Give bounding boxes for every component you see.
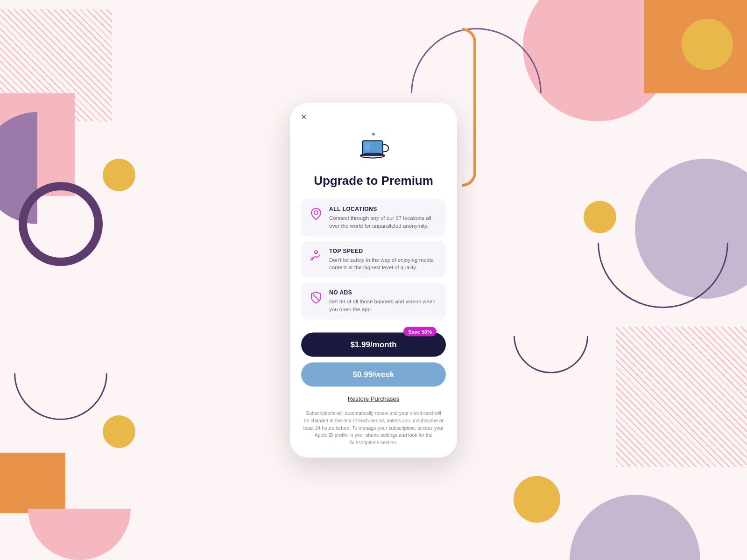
feature-cards-list: ALL LOCATIONS Connect through any of our… (301, 199, 446, 320)
bg-pink-circle-top-right (523, 0, 672, 121)
bg-pink-hatched-right (616, 327, 747, 467)
svg-line-7 (313, 294, 319, 300)
speed-title: TOP SPEED (329, 247, 438, 254)
bg-gold-circle-right (584, 201, 616, 233)
pin-icon (309, 207, 324, 222)
bg-purple-arc-bottom-right (514, 299, 588, 373)
subscription-disclaimer: Subscriptions will automatically renew a… (301, 410, 446, 447)
speed-desc: Don't let safety in the way of enjoying … (329, 256, 438, 271)
cup-svg (357, 131, 390, 164)
svg-point-6 (315, 251, 317, 253)
bg-purple-ring-left (19, 182, 103, 266)
monthly-plan-button[interactable]: Save 50% $1.99/month (301, 333, 446, 357)
bg-gold-circle-left (103, 159, 135, 191)
locations-text: ALL LOCATIONS Connect through any of our… (329, 206, 438, 230)
noads-desc: Get rid of all those banners and videos … (329, 297, 438, 313)
bg-gold-circle-bottom-right (514, 476, 560, 523)
bg-orange-square-bottom-left (0, 453, 65, 513)
save-badge: Save 50% (403, 327, 437, 336)
weekly-price-label: $0.99/week (353, 370, 395, 379)
svg-rect-4 (365, 143, 370, 151)
modal-title: Upgrade to Premium (314, 174, 433, 188)
svg-point-0 (372, 133, 375, 136)
speed-text: TOP SPEED Don't let safety in the way of… (329, 247, 438, 271)
cup-illustration (357, 131, 390, 166)
bg-purple-halfcircle-left (0, 112, 93, 224)
noads-text: NO ADS Get rid of all those banners and … (329, 289, 438, 313)
bg-orange-rect-top-right (644, 0, 747, 93)
restore-purchases-button[interactable]: Restore Purchases (348, 395, 400, 402)
bg-pink-hatched-top-left (0, 9, 112, 121)
weekly-plan-button[interactable]: $0.99/week (301, 363, 446, 387)
bg-gold-circle-bottom-left (103, 415, 135, 448)
bg-purple-arc-right (598, 177, 728, 308)
locations-title: ALL LOCATIONS (329, 206, 438, 212)
premium-modal: × Upgrade to Premium (289, 102, 458, 458)
bg-pink-bowl-bottom-left (28, 509, 131, 560)
bg-pink-rect-left (0, 93, 75, 196)
modal-content: Upgrade to Premium ALL LOCATIONS Connect… (290, 112, 457, 447)
monthly-price-label: $1.99/month (350, 340, 396, 349)
bg-lavender-halfcircle-bottom-right (570, 495, 700, 560)
bg-gold-circle-top-right (682, 19, 733, 70)
pricing-area: Save 50% $1.99/month $0.99/week (301, 333, 446, 387)
bg-purple-arc-bottom-left (14, 327, 107, 420)
feature-card-locations: ALL LOCATIONS Connect through any of our… (301, 199, 446, 236)
close-button[interactable]: × (301, 112, 307, 121)
bg-lavender-circle-right (635, 159, 747, 299)
noads-title: NO ADS (329, 289, 438, 295)
locations-desc: Connect through any of our 97 locations … (329, 214, 438, 230)
svg-point-5 (314, 211, 318, 215)
speed-icon (309, 248, 324, 263)
shield-off-icon (309, 290, 324, 305)
feature-card-noads: NO ADS Get rid of all those banners and … (301, 282, 446, 319)
feature-card-speed: TOP SPEED Don't let safety in the way of… (301, 241, 446, 278)
